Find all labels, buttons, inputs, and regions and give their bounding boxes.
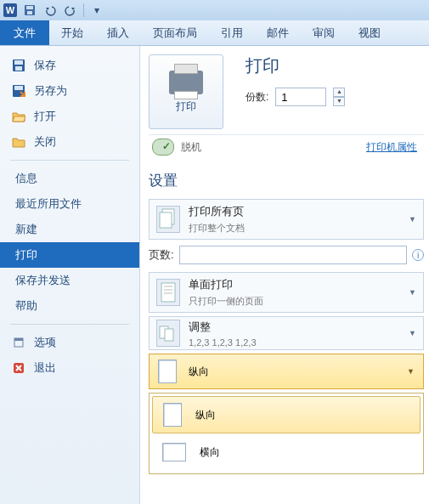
sidebar-separator bbox=[10, 324, 129, 325]
sidebar-item-info[interactable]: 信息 bbox=[0, 166, 139, 191]
orientation-selected-label: 纵向 bbox=[189, 365, 209, 379]
info-icon[interactable]: i bbox=[412, 249, 424, 261]
tab-mail[interactable]: 邮件 bbox=[255, 20, 301, 45]
chevron-down-icon: ▼ bbox=[409, 215, 416, 224]
tab-review[interactable]: 审阅 bbox=[301, 20, 347, 45]
undo-qat-icon[interactable] bbox=[42, 3, 58, 18]
sidebar-label: 帮助 bbox=[15, 298, 37, 314]
svg-rect-13 bbox=[161, 283, 175, 302]
chevron-down-icon: ▼ bbox=[409, 288, 416, 297]
sidebar-item-new[interactable]: 新建 bbox=[0, 217, 139, 242]
sidebar-label: 保存 bbox=[34, 58, 56, 73]
sidebar-separator bbox=[10, 160, 129, 161]
pages-input[interactable] bbox=[179, 246, 407, 264]
svg-rect-18 bbox=[165, 329, 173, 341]
sidebar-label: 新建 bbox=[15, 222, 37, 237]
printer-status-text: 脱机 bbox=[181, 140, 201, 155]
sidebar-label: 退出 bbox=[34, 360, 56, 376]
orientation-popup: 纵向 横向 bbox=[149, 393, 424, 474]
orientation-option-portrait[interactable]: 纵向 bbox=[152, 396, 421, 433]
collate-sub: 1,2,3 1,2,3 1,2,3 bbox=[189, 337, 257, 348]
sidebar-item-saveas[interactable]: 另存为 bbox=[0, 78, 139, 104]
sidebar-item-savesend[interactable]: 保存并发送 bbox=[0, 268, 139, 293]
tab-file[interactable]: 文件 bbox=[0, 20, 49, 45]
spinner-up-icon[interactable]: ▲ bbox=[333, 88, 345, 97]
save-icon bbox=[12, 59, 25, 72]
svg-rect-5 bbox=[15, 66, 22, 71]
print-range-title: 打印所有页 bbox=[189, 204, 245, 219]
sidebar-item-exit[interactable]: 退出 bbox=[0, 355, 139, 381]
duplex-icon bbox=[156, 279, 180, 306]
backstage-sidebar: 保存 另存为 打开 关闭 信息 最近所用文件 新建 打印 保存并发送 帮助 选项… bbox=[0, 46, 140, 504]
print-range-sub: 打印整个文档 bbox=[189, 222, 245, 235]
pages-icon bbox=[156, 206, 180, 233]
options-icon bbox=[12, 336, 25, 349]
qat-customize-icon[interactable]: ▾ bbox=[89, 3, 104, 18]
close-icon bbox=[12, 135, 25, 149]
sidebar-label: 另存为 bbox=[34, 83, 67, 99]
qat-separator bbox=[83, 3, 84, 17]
collate-icon bbox=[156, 320, 180, 347]
landscape-page-icon bbox=[162, 443, 186, 462]
sidebar-item-recent[interactable]: 最近所用文件 bbox=[0, 191, 139, 217]
chevron-down-icon: ▼ bbox=[409, 329, 416, 337]
sidebar-item-print[interactable]: 打印 bbox=[0, 242, 139, 268]
sidebar-label: 最近所用文件 bbox=[15, 196, 82, 212]
sidebar-label: 打印 bbox=[15, 247, 37, 263]
sidebar-label: 保存并发送 bbox=[15, 273, 71, 288]
duplex-dropdown[interactable]: 单面打印 只打印一侧的页面 ▼ bbox=[149, 272, 424, 313]
sidebar-item-close[interactable]: 关闭 bbox=[0, 129, 139, 155]
sidebar-label: 打开 bbox=[34, 109, 56, 124]
duplex-title: 单面打印 bbox=[189, 277, 263, 292]
sidebar-label: 关闭 bbox=[34, 134, 56, 150]
tab-insert[interactable]: 插入 bbox=[95, 20, 141, 45]
collate-dropdown[interactable]: 调整 1,2,3 1,2,3 1,2,3 ▼ bbox=[149, 316, 424, 350]
svg-rect-9 bbox=[14, 338, 23, 341]
tab-layout[interactable]: 页面布局 bbox=[141, 20, 209, 45]
svg-rect-7 bbox=[14, 86, 23, 90]
chevron-down-icon: ▼ bbox=[407, 367, 415, 376]
print-panel: 打印 打印 份数: ▲▼ 脱机 打印机属性 设置 打印所有页 打印整个文档 bbox=[140, 46, 429, 504]
printer-status-icon bbox=[152, 139, 174, 156]
copies-input[interactable] bbox=[275, 88, 326, 106]
sidebar-item-save[interactable]: 保存 bbox=[0, 53, 139, 78]
settings-heading: 设置 bbox=[149, 171, 424, 190]
sidebar-label: 信息 bbox=[15, 171, 37, 186]
pages-label: 页数: bbox=[149, 247, 174, 263]
tab-home[interactable]: 开始 bbox=[49, 20, 95, 45]
portrait-page-icon bbox=[158, 360, 177, 383]
duplex-sub: 只打印一侧的页面 bbox=[189, 295, 263, 308]
spinner-down-icon[interactable]: ▼ bbox=[333, 97, 345, 106]
orientation-option-landscape[interactable]: 横向 bbox=[152, 433, 421, 471]
sidebar-item-help[interactable]: 帮助 bbox=[0, 293, 139, 319]
app-icon: W bbox=[3, 3, 17, 17]
tab-view[interactable]: 视图 bbox=[347, 20, 392, 45]
sidebar-label: 选项 bbox=[34, 335, 56, 350]
tab-references[interactable]: 引用 bbox=[209, 20, 255, 45]
print-button-label: 打印 bbox=[176, 99, 196, 114]
collate-title: 调整 bbox=[189, 320, 257, 335]
sidebar-item-open[interactable]: 打开 bbox=[0, 104, 139, 129]
ribbon-tabstrip: 文件 开始 插入 页面布局 引用 邮件 审阅 视图 bbox=[0, 20, 429, 46]
print-range-dropdown[interactable]: 打印所有页 打印整个文档 ▼ bbox=[149, 199, 424, 240]
orientation-dropdown[interactable]: 纵向 ▼ bbox=[149, 354, 424, 389]
print-button[interactable]: 打印 bbox=[149, 54, 223, 129]
copies-label: 份数: bbox=[246, 90, 268, 105]
exit-icon bbox=[12, 361, 25, 375]
sidebar-item-options[interactable]: 选项 bbox=[0, 330, 139, 355]
orientation-option-label: 横向 bbox=[200, 445, 220, 460]
redo-qat-icon[interactable] bbox=[63, 3, 78, 18]
svg-rect-12 bbox=[160, 212, 172, 228]
svg-rect-4 bbox=[14, 60, 23, 65]
printer-icon bbox=[169, 71, 203, 94]
portrait-page-icon bbox=[163, 403, 182, 427]
printer-properties-link[interactable]: 打印机属性 bbox=[366, 140, 424, 155]
title-bar: W ▾ bbox=[0, 0, 429, 20]
saveas-icon bbox=[12, 84, 25, 98]
svg-rect-1 bbox=[26, 6, 33, 9]
open-icon bbox=[12, 110, 25, 123]
save-qat-icon[interactable] bbox=[22, 3, 37, 18]
print-title: 打印 bbox=[246, 54, 345, 77]
copies-spinner[interactable]: ▲▼ bbox=[333, 88, 345, 106]
svg-rect-2 bbox=[27, 11, 32, 14]
